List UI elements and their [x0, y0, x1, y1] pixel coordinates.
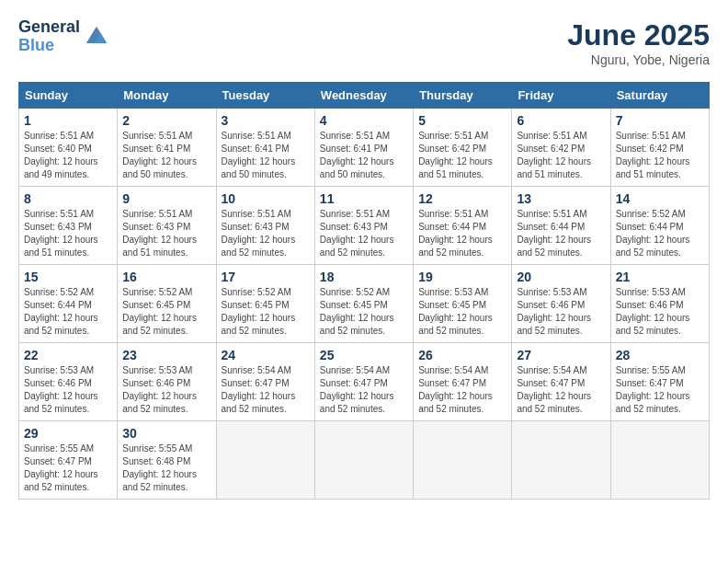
day-cell-23: 23Sunrise: 5:53 AMSunset: 6:46 PMDayligh… [118, 343, 216, 421]
calendar-week-2: 8Sunrise: 5:51 AMSunset: 6:43 PMDaylight… [19, 187, 710, 265]
day-number: 14 [616, 191, 704, 206]
empty-cell [216, 421, 314, 500]
day-number: 18 [320, 270, 408, 284]
day-number: 20 [517, 270, 605, 284]
day-number: 28 [616, 348, 704, 362]
day-info: Sunrise: 5:51 AMSunset: 6:44 PMDaylight:… [517, 208, 605, 259]
calendar-week-5: 29Sunrise: 5:55 AMSunset: 6:47 PMDayligh… [19, 421, 710, 500]
header-wednesday: Wednesday [314, 83, 413, 109]
day-cell-11: 11Sunrise: 5:51 AMSunset: 6:43 PMDayligh… [314, 187, 413, 265]
day-number: 27 [517, 348, 605, 362]
day-cell-16: 16Sunrise: 5:52 AMSunset: 6:45 PMDayligh… [118, 265, 216, 343]
day-cell-20: 20Sunrise: 5:53 AMSunset: 6:46 PMDayligh… [512, 265, 610, 343]
day-number: 6 [517, 113, 605, 128]
day-cell-4: 4Sunrise: 5:51 AMSunset: 6:41 PMDaylight… [314, 109, 413, 187]
day-info: Sunrise: 5:55 AMSunset: 6:47 PMDaylight:… [616, 364, 704, 416]
day-number: 12 [418, 191, 506, 206]
day-info: Sunrise: 5:54 AMSunset: 6:47 PMDaylight:… [418, 364, 506, 416]
day-number: 9 [122, 191, 210, 206]
day-number: 25 [320, 348, 408, 362]
empty-cell [512, 421, 610, 500]
day-info: Sunrise: 5:52 AMSunset: 6:44 PMDaylight:… [24, 286, 112, 338]
day-cell-7: 7Sunrise: 5:51 AMSunset: 6:42 PMDaylight… [610, 109, 709, 187]
day-cell-17: 17Sunrise: 5:52 AMSunset: 6:45 PMDayligh… [216, 265, 314, 343]
header-saturday: Saturday [610, 83, 709, 109]
day-number: 21 [616, 270, 704, 284]
day-cell-24: 24Sunrise: 5:54 AMSunset: 6:47 PMDayligh… [216, 343, 314, 421]
day-cell-19: 19Sunrise: 5:53 AMSunset: 6:45 PMDayligh… [414, 265, 512, 343]
header: GeneralBlue June 2025 Nguru, Yobe, Niger… [18, 18, 710, 67]
day-number: 17 [222, 270, 310, 284]
header-friday: Friday [512, 83, 610, 109]
header-monday: Monday [118, 83, 216, 109]
day-cell-13: 13Sunrise: 5:51 AMSunset: 6:44 PMDayligh… [512, 187, 610, 265]
day-info: Sunrise: 5:54 AMSunset: 6:47 PMDaylight:… [222, 364, 310, 416]
day-info: Sunrise: 5:51 AMSunset: 6:41 PMDaylight:… [320, 130, 408, 181]
day-info: Sunrise: 5:52 AMSunset: 6:45 PMDaylight:… [320, 286, 408, 338]
day-number: 3 [222, 113, 310, 128]
day-number: 26 [418, 348, 506, 362]
day-info: Sunrise: 5:51 AMSunset: 6:43 PMDaylight:… [122, 208, 210, 259]
day-info: Sunrise: 5:53 AMSunset: 6:46 PMDaylight:… [122, 364, 210, 416]
day-cell-30: 30Sunrise: 5:55 AMSunset: 6:48 PMDayligh… [118, 421, 216, 500]
calendar-week-4: 22Sunrise: 5:53 AMSunset: 6:46 PMDayligh… [19, 343, 710, 421]
day-number: 22 [24, 348, 112, 362]
day-cell-10: 10Sunrise: 5:51 AMSunset: 6:43 PMDayligh… [216, 187, 314, 265]
empty-cell [414, 421, 512, 500]
day-number: 19 [418, 270, 506, 284]
day-info: Sunrise: 5:51 AMSunset: 6:43 PMDaylight:… [320, 208, 408, 259]
empty-cell [610, 421, 709, 500]
header-tuesday: Tuesday [216, 83, 314, 109]
day-info: Sunrise: 5:52 AMSunset: 6:45 PMDaylight:… [122, 286, 210, 338]
logo-text: GeneralBlue [18, 18, 80, 55]
day-cell-2: 2Sunrise: 5:51 AMSunset: 6:41 PMDaylight… [118, 109, 216, 187]
day-number: 24 [222, 348, 310, 362]
day-number: 29 [24, 426, 112, 441]
calendar-week-1: 1Sunrise: 5:51 AMSunset: 6:40 PMDaylight… [19, 109, 710, 187]
day-cell-15: 15Sunrise: 5:52 AMSunset: 6:44 PMDayligh… [19, 265, 118, 343]
day-info: Sunrise: 5:53 AMSunset: 6:46 PMDaylight:… [517, 286, 605, 338]
header-sunday: Sunday [19, 83, 118, 109]
day-cell-6: 6Sunrise: 5:51 AMSunset: 6:42 PMDaylight… [512, 109, 610, 187]
day-info: Sunrise: 5:52 AMSunset: 6:44 PMDaylight:… [616, 208, 704, 259]
day-cell-22: 22Sunrise: 5:53 AMSunset: 6:46 PMDayligh… [19, 343, 118, 421]
day-number: 13 [517, 191, 605, 206]
day-cell-3: 3Sunrise: 5:51 AMSunset: 6:41 PMDaylight… [216, 109, 314, 187]
header-thursday: Thursday [414, 83, 512, 109]
title-area: June 2025 Nguru, Yobe, Nigeria [567, 18, 710, 67]
day-cell-14: 14Sunrise: 5:52 AMSunset: 6:44 PMDayligh… [610, 187, 709, 265]
logo: GeneralBlue [18, 18, 109, 55]
day-info: Sunrise: 5:55 AMSunset: 6:48 PMDaylight:… [122, 442, 210, 494]
day-info: Sunrise: 5:54 AMSunset: 6:47 PMDaylight:… [517, 364, 605, 416]
day-header-row: SundayMondayTuesdayWednesdayThursdayFrid… [19, 83, 710, 109]
day-info: Sunrise: 5:54 AMSunset: 6:47 PMDaylight:… [320, 364, 408, 416]
calendar-title: June 2025 [567, 18, 710, 52]
day-info: Sunrise: 5:51 AMSunset: 6:43 PMDaylight:… [24, 208, 112, 259]
day-info: Sunrise: 5:51 AMSunset: 6:40 PMDaylight:… [24, 130, 112, 181]
day-cell-21: 21Sunrise: 5:53 AMSunset: 6:46 PMDayligh… [610, 265, 709, 343]
day-cell-26: 26Sunrise: 5:54 AMSunset: 6:47 PMDayligh… [414, 343, 512, 421]
day-cell-8: 8Sunrise: 5:51 AMSunset: 6:43 PMDaylight… [19, 187, 118, 265]
day-cell-1: 1Sunrise: 5:51 AMSunset: 6:40 PMDaylight… [19, 109, 118, 187]
day-number: 16 [122, 270, 210, 284]
day-info: Sunrise: 5:51 AMSunset: 6:44 PMDaylight:… [418, 208, 506, 259]
logo-icon [84, 24, 109, 50]
day-number: 23 [122, 348, 210, 362]
day-number: 15 [24, 270, 112, 284]
day-number: 30 [122, 426, 210, 441]
calendar-week-3: 15Sunrise: 5:52 AMSunset: 6:44 PMDayligh… [19, 265, 710, 343]
day-info: Sunrise: 5:53 AMSunset: 6:46 PMDaylight:… [24, 364, 112, 416]
day-number: 10 [222, 191, 310, 206]
day-number: 5 [418, 113, 506, 128]
day-cell-18: 18Sunrise: 5:52 AMSunset: 6:45 PMDayligh… [314, 265, 413, 343]
day-number: 2 [122, 113, 210, 128]
day-cell-28: 28Sunrise: 5:55 AMSunset: 6:47 PMDayligh… [610, 343, 709, 421]
day-info: Sunrise: 5:51 AMSunset: 6:42 PMDaylight:… [616, 130, 704, 181]
day-cell-27: 27Sunrise: 5:54 AMSunset: 6:47 PMDayligh… [512, 343, 610, 421]
day-info: Sunrise: 5:51 AMSunset: 6:42 PMDaylight:… [517, 130, 605, 181]
day-info: Sunrise: 5:53 AMSunset: 6:45 PMDaylight:… [418, 286, 506, 338]
day-cell-5: 5Sunrise: 5:51 AMSunset: 6:42 PMDaylight… [414, 109, 512, 187]
empty-cell [314, 421, 413, 500]
day-number: 4 [320, 113, 408, 128]
day-number: 8 [24, 191, 112, 206]
